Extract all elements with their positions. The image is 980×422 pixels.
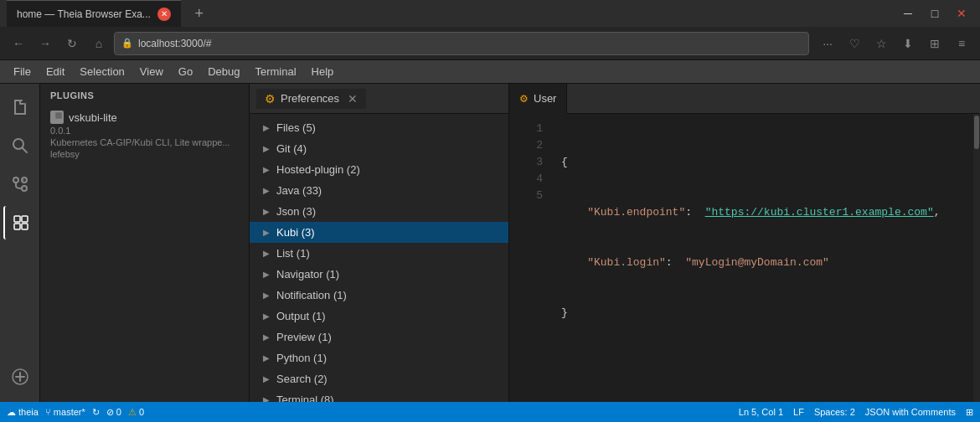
activitybar-search[interactable]: [3, 129, 37, 162]
activitybar-add[interactable]: [3, 360, 37, 394]
code-line-5: [561, 355, 963, 372]
editor-tab-user[interactable]: ⚙ User: [509, 84, 567, 114]
menu-edit[interactable]: Edit: [39, 64, 71, 80]
new-tab-button[interactable]: +: [188, 2, 211, 25]
addressbar: ← → ↻ ⌂ 🔒 localhost:3000/# ··· ♡ ☆ ⬇ ⊞ ≡: [0, 27, 980, 60]
close-window-button[interactable]: ✕: [950, 2, 973, 25]
menu-file[interactable]: File: [7, 64, 38, 80]
preferences-list-item[interactable]: ▶Notification (1): [250, 285, 508, 306]
browser-menu-button[interactable]: ≡: [950, 32, 973, 55]
prefs-item-label: Python (1): [276, 352, 327, 364]
menu-view[interactable]: View: [133, 64, 170, 80]
prefs-item-label: Git (4): [276, 142, 307, 155]
preferences-tab[interactable]: ⚙ Preferences ✕: [256, 89, 366, 109]
window-controls: ─ □ ✕: [896, 2, 973, 25]
download-button[interactable]: ⬇: [896, 32, 920, 55]
statusbar-layout[interactable]: ⊞: [966, 407, 973, 418]
svg-rect-13: [14, 216, 20, 222]
prefs-item-label: List (1): [276, 247, 310, 260]
scrollbar-thumb[interactable]: [974, 116, 979, 149]
menu-debug[interactable]: Debug: [201, 64, 246, 80]
prefs-item-label: Search (2): [276, 373, 328, 385]
menu-selection[interactable]: Selection: [73, 64, 131, 80]
statusbar-errors[interactable]: ⊘ 0: [106, 407, 121, 418]
more-button[interactable]: ···: [816, 32, 839, 55]
statusbar-lang[interactable]: JSON with Comments: [865, 407, 956, 418]
maximize-button[interactable]: □: [923, 2, 946, 25]
back-button[interactable]: ←: [7, 32, 30, 55]
preferences-list-item[interactable]: ▶Java (33): [250, 180, 508, 201]
preferences-list-item[interactable]: ▶Kubi (3): [250, 222, 508, 243]
errors-icon: ⊘: [106, 407, 114, 418]
code-line-4: }: [561, 305, 963, 322]
activitybar-source-control[interactable]: [3, 167, 37, 201]
tab-title: home — Theia Browser Exa...: [17, 8, 151, 20]
menu-help[interactable]: Help: [305, 64, 341, 80]
activitybar-extensions[interactable]: [3, 206, 37, 239]
code-editor[interactable]: { "Kubi.endpoint": "https://kubi.cluster…: [551, 114, 973, 402]
layout-icon: ⊞: [966, 407, 973, 418]
preferences-list-item[interactable]: ▶Terminal (8): [250, 389, 508, 402]
code-line-3: "Kubi.login": "myLogin@myDomain.com": [561, 255, 963, 271]
plugin-item[interactable]: vskubi-lite 0.0.1 Kubernetes CA-GIP/Kubi…: [40, 107, 249, 162]
prefs-item-label: Notification (1): [276, 289, 347, 301]
prefs-arrow-icon: ▶: [263, 291, 271, 300]
preferences-list-item[interactable]: ▶Hosted-plugin (2): [250, 159, 508, 180]
home-button[interactable]: ⌂: [87, 32, 111, 55]
minimize-button[interactable]: ─: [896, 2, 920, 25]
prefs-arrow-icon: ▶: [263, 165, 271, 174]
prefs-arrow-icon: ▶: [263, 311, 271, 321]
browser-tab[interactable]: home — Theia Browser Exa... ✕: [7, 0, 181, 27]
statusbar-eol[interactable]: LF: [793, 407, 804, 418]
preferences-tab-close[interactable]: ✕: [348, 92, 358, 106]
code-line-2: "Kubi.endpoint": "https://kubi.cluster1.…: [561, 204, 963, 221]
svg-rect-3: [24, 103, 26, 115]
browser-toolbar-icons: ··· ♡ ☆ ⬇ ⊞ ≡: [816, 32, 973, 55]
line-num-2: 2: [509, 137, 543, 154]
tab-close-button[interactable]: ✕: [157, 8, 171, 21]
statusbar-branch[interactable]: ⑂ master*: [45, 407, 85, 417]
plugin-version: 0.0.1: [50, 126, 239, 136]
editor-tab-icon: ⚙: [519, 93, 529, 105]
statusbar-position[interactable]: Ln 5, Col 1: [739, 407, 783, 418]
prefs-item-label: Terminal (8): [276, 394, 334, 402]
refresh-button[interactable]: ↻: [60, 32, 84, 55]
editor-scrollbar[interactable]: [973, 114, 980, 402]
preferences-list-item[interactable]: ▶Navigator (1): [250, 264, 508, 285]
preferences-list-item[interactable]: ▶Git (4): [250, 138, 508, 159]
warnings-icon: ⚠: [128, 407, 137, 418]
svg-rect-16: [22, 224, 28, 229]
preferences-list-item[interactable]: ▶Preview (1): [250, 327, 508, 347]
plugin-name: vskubi-lite: [50, 111, 239, 124]
bookmark-button[interactable]: ♡: [843, 32, 866, 55]
statusbar-sync[interactable]: ↻: [92, 407, 100, 418]
editor-tab-bar: ⚙ User: [509, 84, 980, 114]
svg-rect-14: [22, 216, 28, 222]
plugin-description: Kubernetes CA-GIP/Kubi CLI, Lite wrappe.…: [50, 137, 239, 147]
forward-button[interactable]: →: [34, 32, 57, 55]
line-num-4: 4: [509, 171, 543, 188]
star-button[interactable]: ☆: [869, 32, 893, 55]
line-num-1: 1: [509, 121, 543, 137]
preferences-tab-bar: ⚙ Preferences ✕: [250, 84, 508, 114]
statusbar-spaces[interactable]: Spaces: 2: [814, 407, 855, 418]
statusbar-warnings[interactable]: ⚠ 0: [128, 407, 144, 418]
preferences-list-item[interactable]: ▶List (1): [250, 243, 508, 264]
titlebar: home — Theia Browser Exa... ✕ + ─ □ ✕: [0, 0, 980, 27]
activitybar-files[interactable]: [3, 90, 37, 124]
preferences-list-item[interactable]: ▶Search (2): [250, 368, 508, 389]
line-numbers: 1 2 3 4 5: [509, 114, 551, 402]
preferences-list-item[interactable]: ▶Output (1): [250, 306, 508, 327]
menu-terminal[interactable]: Terminal: [248, 64, 302, 80]
preferences-list-item[interactable]: ▶Json (3): [250, 201, 508, 222]
statusbar-theia[interactable]: ☁ theia: [7, 407, 39, 418]
layout-button[interactable]: ⊞: [923, 32, 946, 55]
url-bar[interactable]: 🔒 localhost:3000/#: [114, 32, 809, 55]
preferences-list-item[interactable]: ▶Files (5): [250, 117, 508, 138]
menu-go[interactable]: Go: [172, 64, 199, 80]
prefs-arrow-icon: ▶: [263, 186, 271, 195]
statusbar: ☁ theia ⑂ master* ↻ ⊘ 0 ⚠ 0 Ln 5, Col 1 …: [0, 402, 980, 422]
preferences-list-item[interactable]: ▶Python (1): [250, 347, 508, 368]
prefs-arrow-icon: ▶: [263, 353, 271, 363]
svg-rect-5: [19, 103, 24, 105]
